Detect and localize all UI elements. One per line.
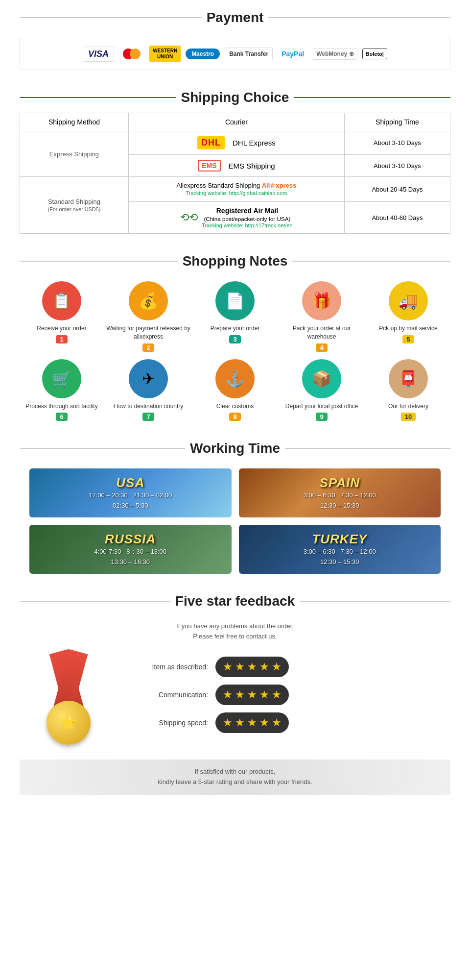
step-2-icon: 💰 xyxy=(129,281,168,320)
shipping-line-left xyxy=(20,97,176,98)
paypal-p1: Pay xyxy=(282,50,294,58)
star-4: ★ xyxy=(259,661,269,673)
medal-circle: ⭐ xyxy=(47,701,91,745)
ali-tracking: Tracking website: http://global.cainiao.… xyxy=(186,190,287,196)
usa-card: USA 17:00 – 20:30 21:30 – 02:0002:30 – 5… xyxy=(29,468,232,517)
webmoney-logo: WebMoney ⊕ xyxy=(313,48,357,60)
step-5-number: 5 xyxy=(402,335,414,343)
step-7-icon: ✈ xyxy=(129,359,168,398)
airmail-name: Registered Air Mail(China post/epacket-o… xyxy=(202,207,292,222)
step-1-label: Receive your order xyxy=(37,324,86,333)
dhl-logo-box: DHL xyxy=(197,136,225,149)
feedback-line-right xyxy=(300,601,450,602)
step-7: ✈ Flow to destination country 7 xyxy=(106,359,190,421)
step-9: 📦 Depart your local post office 9 xyxy=(280,359,364,421)
turkey-name: TURKEY xyxy=(304,532,376,547)
star-1: ★ xyxy=(223,661,233,673)
medal-star-icon: ⭐ xyxy=(60,714,77,731)
notes-section: 📋 Receive your order 1 💰 Waiting for pay… xyxy=(0,276,470,431)
step-8-label: Clear customs xyxy=(216,402,254,411)
star-5: ★ xyxy=(272,661,282,673)
russia-name: RUSSIA xyxy=(94,532,166,547)
payment-title: Payment xyxy=(207,10,264,25)
shipping-header-row: Shipping Method Courier Shipping Time xyxy=(20,113,450,131)
step-3: 📄 Prepare your order 3 xyxy=(193,281,277,352)
step-9-number: 9 xyxy=(316,413,327,421)
star-c2: ★ xyxy=(235,688,245,701)
dhl-logo-text: DHL xyxy=(201,138,221,148)
mastercard-circles xyxy=(123,49,141,59)
star-c1: ★ xyxy=(223,688,233,701)
russia-times: 4:00-7:30 8：30 – 13:0013:30 – 16:30 xyxy=(94,547,166,567)
working-title: Working Time xyxy=(190,441,280,456)
rating-ship-badge: ★ ★ ★ ★ ★ xyxy=(215,712,289,733)
rating-ship-label: Shipping speed: xyxy=(118,719,215,727)
feedback-line-left xyxy=(20,601,170,602)
step-5-label: Pck up by mail service xyxy=(379,324,437,333)
feedback-intro-line1: If you have any problems about the order… xyxy=(176,622,294,630)
ali-name: Aliexpress Standard Shipping xyxy=(177,182,262,189)
star-c4: ★ xyxy=(259,688,269,701)
boleto-logo: Boleto| xyxy=(362,49,387,59)
star-s1: ★ xyxy=(223,716,233,729)
dhl-name: DHL Express xyxy=(233,139,276,147)
payment-logos-container: VISA WESTERNUNION Maestro Bank Transfer … xyxy=(20,38,450,70)
working-line-left xyxy=(20,448,185,449)
russia-card: RUSSIA 4:00-7:30 8：30 – 13:0013:30 – 16:… xyxy=(29,525,232,574)
standard-method-cell: Standard Shipping(For order over USD5) xyxy=(20,177,129,234)
mastercard-logo xyxy=(119,47,144,61)
russia-content: RUSSIA 4:00-7:30 8：30 – 13:0013:30 – 16:… xyxy=(94,532,166,567)
step-8-number: 8 xyxy=(229,413,240,421)
step-3-label: Prepare your order xyxy=(211,324,260,333)
medal-area: ⭐ xyxy=(20,652,118,750)
spain-times: 3:00 – 6:30 7:30 – 12:0012:30 – 15:30 xyxy=(304,490,376,511)
step-5: 🚚 Pck up by mail service 5 xyxy=(366,281,450,352)
col-method: Shipping Method xyxy=(20,113,129,131)
star-3: ★ xyxy=(247,661,257,673)
bank-transfer-logo: Bank Transfer xyxy=(225,48,273,60)
ems-courier-cell: EMS EMS Shipping xyxy=(128,155,344,177)
header-line-right xyxy=(268,17,450,18)
turkey-card: TURKEY 3:00 – 6:30 7:30 – 12:0012:30 – 1… xyxy=(239,525,441,574)
airmail-icon: ⟲⟲ xyxy=(180,211,198,224)
shipping-section: Shipping Method Courier Shipping Time Ex… xyxy=(0,113,470,244)
mc-orange-circle xyxy=(130,49,141,59)
step-5-icon: 🚚 xyxy=(389,281,428,320)
star-c3: ★ xyxy=(247,688,257,701)
airmail-tracking: Tracking website: http://17track.net/en xyxy=(202,222,292,228)
visa-text: VISA xyxy=(88,49,109,59)
feedback-section-header: Five star feedback xyxy=(20,593,450,609)
notes-section-header: Shopping Notes xyxy=(20,253,450,269)
step-2-label: Waiting for payment released by alixexpr… xyxy=(106,324,190,341)
step-10-label: Our for delivery xyxy=(388,402,428,411)
express-method-cell: Express Shipping xyxy=(20,131,129,177)
ratings-area: Item as described: ★ ★ ★ ★ ★ Communicati… xyxy=(118,652,450,740)
ems-time: About 3-10 Days xyxy=(344,155,450,177)
working-section-header: Working Time xyxy=(20,441,450,456)
step-6: 🛒 Process through sort facility 6 xyxy=(20,359,104,421)
col-time: Shipping Time xyxy=(344,113,450,131)
step-10-icon: 📮 xyxy=(389,359,428,398)
spain-card: SPAIN 3:00 – 6:30 7:30 – 12:0012:30 – 15… xyxy=(239,468,441,517)
ems-logo-box: EMS xyxy=(198,160,220,172)
shipping-table: Shipping Method Courier Shipping Time Ex… xyxy=(20,113,450,234)
col-courier: Courier xyxy=(128,113,344,131)
airmail-courier-cell: ⟲⟲ Registered Air Mail(China post/epacke… xyxy=(128,202,344,234)
step-3-icon: 📄 xyxy=(215,281,255,320)
step-6-label: Process through sort facility xyxy=(25,402,97,411)
turkey-content: TURKEY 3:00 – 6:30 7:30 – 12:0012:30 – 1… xyxy=(304,532,376,567)
ali-courier-cell: Aliexpress Standard Shipping Ali☆xpress … xyxy=(128,177,344,202)
step-10-number: 10 xyxy=(401,413,416,421)
spain-content: SPAIN 3:00 – 6:30 7:30 – 12:0012:30 – 15… xyxy=(304,475,376,511)
maestro-logo: Maestro xyxy=(186,49,220,59)
dhl-time: About 3-10 Days xyxy=(344,131,450,155)
star-2: ★ xyxy=(235,661,245,673)
webmoney-text: WebMoney ⊕ xyxy=(316,50,353,57)
step-1: 📋 Receive your order 1 xyxy=(20,281,104,352)
step-9-label: Depart your local post office xyxy=(285,402,358,411)
step-3-number: 3 xyxy=(229,335,240,343)
ali-time: About 20-45 Days xyxy=(344,177,450,202)
feedback-intro: If you have any problems about the order… xyxy=(20,621,450,642)
usa-times: 17:00 – 20:30 21:30 – 02:0002:30 – 5:30 xyxy=(89,490,172,511)
ems-logo-text: EMS xyxy=(202,162,216,170)
